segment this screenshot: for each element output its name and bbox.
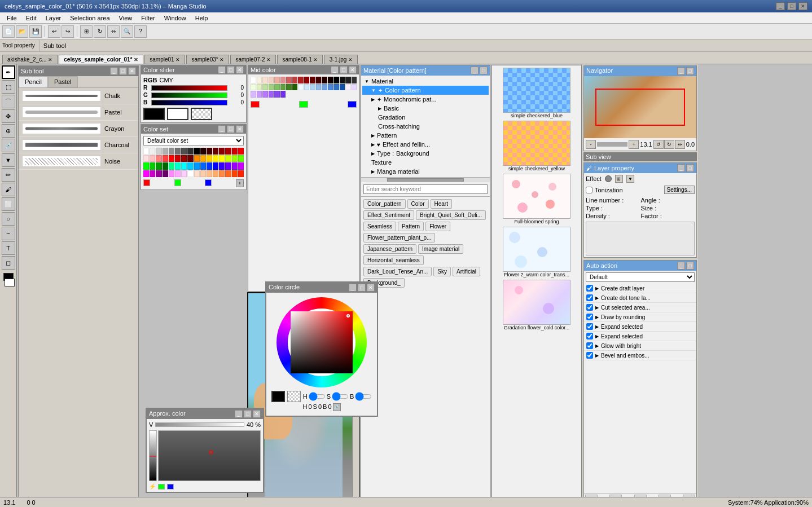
color-cell[interactable] <box>156 155 161 162</box>
tree-item-mono[interactable]: ▶ ✦ Monochromic pat... <box>362 95 489 104</box>
nav-zoom-out[interactable]: - <box>586 140 596 149</box>
tool-fill[interactable]: ▼ <box>2 153 15 167</box>
mid-color-cell[interactable] <box>274 91 280 98</box>
auto-action-item[interactable]: ▶ Create draft layer <box>584 284 696 293</box>
aa-expand-arrow[interactable]: ▶ <box>595 324 599 329</box>
mid-color-cell[interactable] <box>298 84 304 91</box>
color-cell[interactable] <box>143 155 149 162</box>
settings-btn[interactable]: Settings... <box>664 186 695 194</box>
color-cell[interactable] <box>181 162 187 169</box>
mid-color-cell[interactable] <box>322 84 327 91</box>
tool-pen[interactable]: ✒ <box>2 65 15 79</box>
tool-shape[interactable]: ◻ <box>2 256 15 270</box>
auto-action-item[interactable]: ▶ Bevel and embos... <box>584 351 696 360</box>
tree-arrow-material[interactable]: ▼ <box>365 79 369 84</box>
mid-color-cell[interactable] <box>274 77 280 83</box>
aa-expand-arrow[interactable]: ▶ <box>595 343 599 349</box>
thumb-item-blue[interactable]: simple checkered_blue <box>494 68 579 118</box>
tree-item-background[interactable]: ▶ Type : Background <box>362 149 489 158</box>
tag-button[interactable]: Horizontal_seamless <box>363 255 424 265</box>
cc-s-slider[interactable] <box>332 392 349 401</box>
maximize-btn[interactable]: □ <box>787 2 796 10</box>
tag-button[interactable]: Seamless <box>363 222 396 231</box>
g-slider[interactable] <box>151 92 227 98</box>
color-cell[interactable] <box>187 155 193 162</box>
aa-expand-arrow[interactable]: ▶ <box>595 296 599 301</box>
auto-action-item[interactable]: ▶ Cut selected area... <box>584 303 696 312</box>
tree-arrow-cp[interactable]: ▼ <box>371 88 376 93</box>
tool-smudge[interactable]: ~ <box>2 227 15 240</box>
effect-arrow-btn[interactable]: ▼ <box>626 175 634 183</box>
auto-action-item[interactable]: ▶ Expand selected <box>584 322 696 332</box>
toolbar-redo[interactable]: ↪ <box>62 25 74 38</box>
nav-zoom-slider[interactable] <box>597 142 627 147</box>
tag-button[interactable]: Sky <box>433 267 451 276</box>
brush-tab-pencil[interactable]: Pencil <box>19 76 48 87</box>
cc-h-slider[interactable] <box>309 392 326 401</box>
color-cell[interactable] <box>232 170 238 177</box>
menu-layer[interactable]: Layer <box>41 14 66 23</box>
tool-zoom[interactable]: ⊕ <box>2 124 15 138</box>
list-item[interactable]: Pastel <box>19 104 138 121</box>
color-cell[interactable] <box>225 148 231 155</box>
tab-celsys-sample[interactable]: celsys_sample_color_01* ✕ <box>59 55 143 64</box>
color-cell[interactable] <box>163 170 168 177</box>
tree-arrow-manga[interactable]: ▶ <box>371 169 375 174</box>
color-cell[interactable] <box>163 162 168 169</box>
aa-expand-arrow[interactable]: ▶ <box>595 305 599 310</box>
tag-button[interactable]: Color <box>407 199 429 209</box>
mid-color-cell[interactable] <box>262 84 268 91</box>
minimize-btn[interactable]: _ <box>776 2 785 10</box>
cs-minimize[interactable]: _ <box>218 66 226 74</box>
color-cell[interactable] <box>225 162 231 169</box>
tool-pencil[interactable]: ✏ <box>2 168 15 182</box>
aa-expand-arrow[interactable]: ▶ <box>595 353 599 358</box>
color-cell[interactable] <box>232 148 238 155</box>
cset-maximize[interactable]: □ <box>227 125 235 133</box>
color-cell[interactable] <box>232 155 238 162</box>
tree-arrow-background[interactable]: ▶ <box>371 151 375 156</box>
toolbar-help[interactable]: ? <box>134 25 147 38</box>
toolbar-open[interactable]: 📂 <box>16 25 28 38</box>
color-wheel-wrapper[interactable] <box>276 297 367 387</box>
tab-close-sample03[interactable]: ✕ <box>220 57 224 63</box>
mc-minimize[interactable]: _ <box>331 66 339 74</box>
sub-tool-minimize[interactable]: _ <box>110 67 118 75</box>
mid-color-cell[interactable] <box>257 77 262 83</box>
tag-button[interactable]: Dark_Loud_Tense_An... <box>363 267 432 276</box>
sub-tool-maximize[interactable]: □ <box>119 67 127 75</box>
aa-checkbox[interactable] <box>586 352 593 359</box>
color-cell[interactable] <box>200 162 206 169</box>
effect-dot[interactable] <box>605 175 612 182</box>
color-cell[interactable] <box>143 170 149 177</box>
color-set-dropdown[interactable]: Default color set <box>143 136 244 146</box>
color-cell[interactable] <box>175 148 181 155</box>
mid-color-cell[interactable] <box>352 77 357 83</box>
tab-close-akishake[interactable]: ✕ <box>48 57 52 63</box>
color-ind-red[interactable] <box>143 179 150 186</box>
mid-color-cell[interactable] <box>292 77 298 83</box>
toolbar-undo[interactable]: ↩ <box>48 25 60 38</box>
color-cell[interactable] <box>181 148 187 155</box>
nav-viewport-rect[interactable] <box>595 89 685 126</box>
color-cell[interactable] <box>156 162 161 169</box>
mid-color-cell[interactable] <box>292 84 298 91</box>
color-cell[interactable] <box>200 155 206 162</box>
color-cell[interactable] <box>238 148 244 155</box>
tag-button[interactable]: Flower_pattern_plant_p... <box>363 233 435 243</box>
mid-color-cell[interactable] <box>274 84 280 91</box>
mid-color-cell[interactable] <box>251 77 256 83</box>
mid-color-cell[interactable] <box>304 77 310 83</box>
color-cell[interactable] <box>150 170 155 177</box>
fg-color-box[interactable] <box>143 108 165 120</box>
cc-maximize[interactable]: □ <box>358 284 366 292</box>
color-cell[interactable] <box>156 170 161 177</box>
mid-color-cell[interactable] <box>280 84 286 91</box>
tool-select-rect[interactable]: ⬚ <box>2 80 15 94</box>
tab-close-sample08[interactable]: ✕ <box>313 57 318 63</box>
color-cell[interactable] <box>169 148 174 155</box>
aa-checkbox[interactable] <box>586 294 593 301</box>
tab-close-sample01[interactable]: ✕ <box>175 57 180 63</box>
menu-window[interactable]: Window <box>160 14 191 23</box>
color-cell[interactable] <box>169 170 174 177</box>
